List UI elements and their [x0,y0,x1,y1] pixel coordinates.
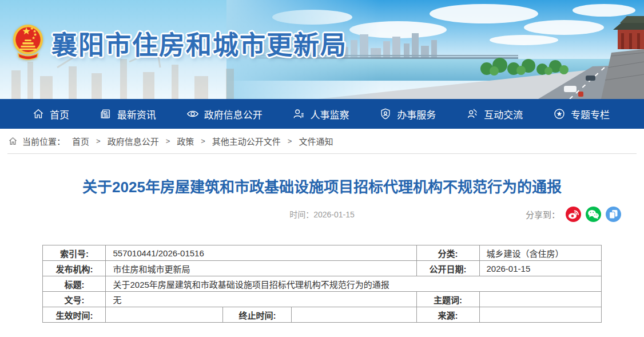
share-weibo-button[interactable] [566,207,581,222]
person-icon [292,108,305,120]
nav-item-home[interactable]: 首页 [32,107,69,121]
nav-label: 最新资讯 [117,107,156,121]
breadcrumb-separator: > [288,137,292,145]
breadcrumb-item-doc-notice[interactable]: 文件通知 [299,135,333,147]
breadcrumb: 当前位置： 首页 > 政府信息公开 > 政策 > 其他主动公开文件 > 文件通知 [0,129,644,153]
nav-label: 政府信息公开 [204,107,263,121]
expiry-label: 终止时间: [223,307,292,323]
breadcrumb-label: 当前位置： [22,135,65,147]
source-value [479,307,601,323]
title-label: 标题: [43,276,106,292]
category-label: 分类: [416,245,479,261]
publisher-value: 市住房和城市更新局 [106,261,416,276]
site-logo-link[interactable]: 襄阳市住房和城市更新局 [11,23,347,63]
breadcrumb-separator: > [201,137,205,145]
nav-label: 办事服务 [397,107,436,121]
time-label: 时间： [289,210,313,219]
breadcrumb-separator: > [166,137,170,145]
nav-item-personnel[interactable]: 人事监察 [292,107,349,121]
pubdate-value: 2026-01-15 [479,261,601,276]
title-value: 关于2025年房屋建筑和市政基础设施项目招标代理机构不规范行为的通报 [106,276,601,292]
table-row: 生效时间: 终止时间: 来源: [43,307,601,323]
breadcrumb-item-other-public-docs[interactable]: 其他主动公开文件 [212,135,281,147]
nav-item-news[interactable]: 最新资讯 [100,107,156,121]
docno-value: 无 [106,292,416,307]
star-circle-icon [553,108,566,120]
share-wechat-button[interactable] [586,207,601,222]
index-label: 索引号: [43,245,106,261]
article-meta-row: 时间：2026-01-15 分享到： [0,206,644,223]
nav-label: 人事监察 [310,107,349,121]
share-copy-button[interactable] [606,207,621,222]
copy-icon [606,207,621,222]
time-value: 2026-01-15 [313,210,355,219]
wechat-icon [586,207,601,222]
national-emblem-icon [11,23,45,63]
document-meta-table: 索引号: 557010441/2026-01516 分类: 城乡建设（含住房） … [42,245,601,323]
weibo-icon [566,207,581,222]
chat-people-icon [466,108,479,120]
pubdate-label: 公开日期: [416,261,479,276]
keywords-label: 主题词: [416,292,479,307]
share-label: 分享到： [526,208,560,220]
nav-item-services[interactable]: 办事服务 [379,107,436,121]
shield-icon [379,108,392,120]
docno-label: 文号: [43,292,106,307]
site-title: 襄阳市住房和城市更新局 [51,25,347,62]
table-row: 发布机构: 市住房和城市更新局 公开日期: 2026-01-15 [43,261,601,276]
publisher-label: 发布机构: [43,261,106,276]
source-label: 来源: [416,307,479,323]
effective-label: 生效时间: [43,307,106,323]
home-icon [32,108,45,120]
nav-label: 首页 [50,107,69,121]
article-title: 关于2025年房屋建筑和市政基础设施项目招标代理机构不规范行为的通报 [0,175,644,196]
category-value: 城乡建设（含住房） [479,245,601,261]
nav-item-special-topics[interactable]: 专题专栏 [553,107,610,121]
breadcrumb-home-icon [8,136,18,146]
keywords-value [479,292,601,307]
breadcrumb-item-policy[interactable]: 政策 [177,135,194,147]
site-banner: 襄阳市住房和城市更新局 [0,0,644,99]
index-value: 557010441/2026-01516 [106,245,416,261]
share-group: 分享到： [526,207,621,222]
nav-item-gov-info[interactable]: 政府信息公开 [186,107,263,121]
table-row: 索引号: 557010441/2026-01516 分类: 城乡建设（含住房） [43,245,601,261]
effective-value [106,307,223,323]
nav-label: 互动交流 [484,107,523,121]
expiry-value [292,307,416,323]
breadcrumb-separator: > [96,137,101,145]
breadcrumb-item-home[interactable]: 首页 [72,135,89,147]
news-icon [100,108,112,120]
breadcrumb-item-gov-info[interactable]: 政府信息公开 [108,135,159,147]
eye-icon [186,108,199,120]
table-row: 标题: 关于2025年房屋建筑和市政基础设施项目招标代理机构不规范行为的通报 [43,276,601,292]
main-nav: 首页 最新资讯 政府信息公开 人事监察 办事服务 互动交流 [0,99,644,129]
divider [7,153,637,154]
nav-label: 专题专栏 [571,107,610,121]
table-row: 文号: 无 主题词: [43,292,601,307]
nav-item-interaction[interactable]: 互动交流 [466,107,523,121]
